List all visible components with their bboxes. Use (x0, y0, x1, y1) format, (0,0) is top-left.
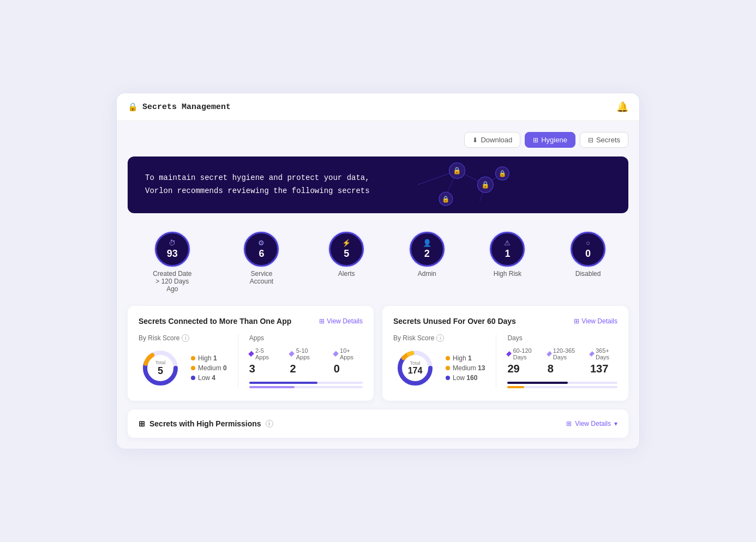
secrets-icon: ⊟ (588, 136, 593, 144)
title-bar: 🔒 Secrets Management 🔔 (117, 93, 639, 121)
app-col-num-2: 0 (334, 363, 363, 375)
risk-title-right: By Risk Score i (393, 334, 485, 342)
apps-title: Apps (249, 334, 363, 342)
prog-fill-right-0 (507, 382, 568, 384)
metric-icon-2: ⚡ (342, 239, 351, 247)
day-col-0: 60-120 Days 29 (507, 347, 538, 375)
legend-dot-right-1 (446, 366, 450, 370)
apps-cols: 2-5 Apps 3 5-10 Apps 2 (249, 347, 363, 375)
metric-num-1: 6 (259, 248, 264, 260)
card-right-title: Secrets Unused For Over 60 Days (393, 317, 516, 326)
prog-bar-left-1 (249, 386, 363, 388)
app-col-1: 5-10 Apps 2 (290, 347, 320, 375)
title-bar-left: 🔒 Secrets Management (128, 102, 231, 112)
metric-label-2: Alerts (338, 270, 355, 278)
prog-fill-left-0 (249, 382, 317, 384)
metric-item-1[interactable]: ⚙ 6 Service Account (239, 232, 283, 293)
donut-wrap-right: Total 174 High 1 (393, 346, 485, 390)
chevron-down-icon: ▾ (614, 420, 617, 427)
bottom-view-details[interactable]: ⊞ View Details ▾ (566, 420, 617, 427)
app-col-label-1: 5-10 Apps (290, 347, 320, 360)
day-col-label-1: 120-365 Days (548, 347, 581, 360)
metric-label-1: Service Account (239, 270, 283, 285)
view-details-icon-left: ⊞ (319, 317, 325, 325)
card-left-view-details[interactable]: ⊞ View Details (319, 317, 363, 325)
info-icon-left[interactable]: i (182, 334, 189, 342)
risk-legend-left: High 1 Medium 0 Low 4 (191, 354, 227, 382)
metric-num-3: 2 (424, 248, 430, 260)
metric-circle-1: ⚙ 6 (244, 232, 279, 267)
metric-row: ⏱ 93 Created Date > 120 Days Ago ⚙ 6 Ser… (128, 226, 628, 306)
bell-icon[interactable]: 🔔 (616, 101, 628, 113)
banner: To maintain secret hygiene and protect y… (128, 156, 628, 213)
metric-item-0[interactable]: ⏱ 93 Created Date > 120 Days Ago (151, 232, 194, 293)
secrets-button[interactable]: ⊟ Secrets (580, 132, 628, 148)
metric-item-3[interactable]: 👤 2 Admin (410, 232, 445, 293)
day-col-1: 120-365 Days 8 (548, 347, 581, 375)
metric-icon-5: ○ (586, 239, 590, 247)
svg-text:🔒: 🔒 (442, 195, 450, 203)
legend-dot-left-0 (191, 356, 195, 360)
prog-bar-right-1 (507, 386, 617, 388)
legend-item-left-1: Medium 0 (191, 364, 227, 372)
apps-section: Apps 2-5 Apps 3 (238, 334, 363, 388)
app-col-label-2: 10+ Apps (334, 347, 363, 360)
metric-label-4: High Risk (494, 270, 521, 278)
day-col-2: 365+ Days 137 (590, 347, 617, 375)
donut-wrap-left: Total 5 High 1 (139, 346, 227, 390)
svg-text:🔒: 🔒 (453, 166, 461, 175)
main-content: ⬇ Download ⊞ Hygiene ⊟ Secrets To mainta… (117, 121, 639, 449)
info-icon-right[interactable]: i (436, 334, 444, 342)
progress-bars-right (507, 382, 617, 388)
card-right-view-details[interactable]: ⊞ View Details (574, 317, 617, 325)
card-left-title: Secrets Connected to More Than One App (139, 317, 291, 326)
metric-circle-3: 👤 2 (410, 232, 445, 267)
metric-icon-1: ⚙ (258, 239, 265, 247)
metric-icon-4: ⚠ (504, 239, 511, 247)
download-button[interactable]: ⬇ Download (464, 132, 520, 148)
metric-num-5: 0 (585, 248, 591, 260)
view-details-icon-bottom: ⊞ (566, 420, 572, 427)
risk-section-left: By Risk Score i Tot (139, 334, 227, 390)
metric-item-5[interactable]: ○ 0 Disabled (571, 232, 605, 293)
prog-fill-left-1 (249, 386, 295, 388)
day-diamond-0 (506, 351, 512, 357)
legend-dot-right-2 (446, 376, 450, 380)
hygiene-button[interactable]: ⊞ Hygiene (525, 132, 575, 148)
card-left: Secrets Connected to More Than One App ⊞… (128, 306, 374, 401)
legend-dot-left-2 (191, 376, 195, 380)
day-col-num-2: 137 (590, 363, 617, 375)
metric-circle-0: ⏱ 93 (155, 232, 190, 267)
prog-bar-left-0 (249, 382, 363, 384)
metric-label-3: Admin (418, 270, 436, 278)
legend-dot-right-0 (446, 356, 450, 360)
donut-left: Total 5 (139, 346, 182, 390)
card-right-body: By Risk Score i (393, 334, 617, 390)
bottom-card-header: ⊞ Secrets with High Permissions i ⊞ View… (139, 419, 617, 428)
info-icon-bottom[interactable]: i (266, 420, 273, 427)
day-col-label-0: 60-120 Days (507, 347, 538, 360)
days-title: Days (507, 334, 617, 342)
view-details-icon-right: ⊞ (574, 317, 579, 325)
svg-text:🔒: 🔒 (481, 180, 490, 189)
metric-label-0: Created Date > 120 Days Ago (151, 270, 194, 293)
lock-icon: 🔒 (128, 102, 138, 112)
card-right-header: Secrets Unused For Over 60 Days ⊞ View D… (393, 317, 617, 326)
day-diamond-2 (589, 351, 595, 357)
metric-item-4[interactable]: ⚠ 1 High Risk (490, 232, 525, 293)
legend-item-right-0: High 1 (446, 354, 485, 362)
metric-item-2[interactable]: ⚡ 5 Alerts (329, 232, 364, 293)
metric-num-2: 5 (344, 248, 349, 260)
bottom-card-title: ⊞ Secrets with High Permissions i (139, 419, 273, 428)
diamond-icon-0 (248, 351, 254, 357)
risk-legend-right: High 1 Medium 13 Low 160 (446, 354, 485, 382)
app-col-0: 2-5 Apps 3 (249, 347, 277, 375)
legend-dot-left-1 (191, 366, 195, 370)
day-diamond-1 (547, 351, 552, 357)
metric-num-4: 1 (505, 248, 510, 260)
card-right: Secrets Unused For Over 60 Days ⊞ View D… (382, 306, 628, 401)
legend-item-left-2: Low 4 (191, 374, 227, 382)
legend-item-right-2: Low 160 (446, 374, 485, 382)
banner-text: To maintain secret hygiene and protect y… (145, 172, 374, 198)
donut-right: Total 174 (393, 346, 437, 390)
